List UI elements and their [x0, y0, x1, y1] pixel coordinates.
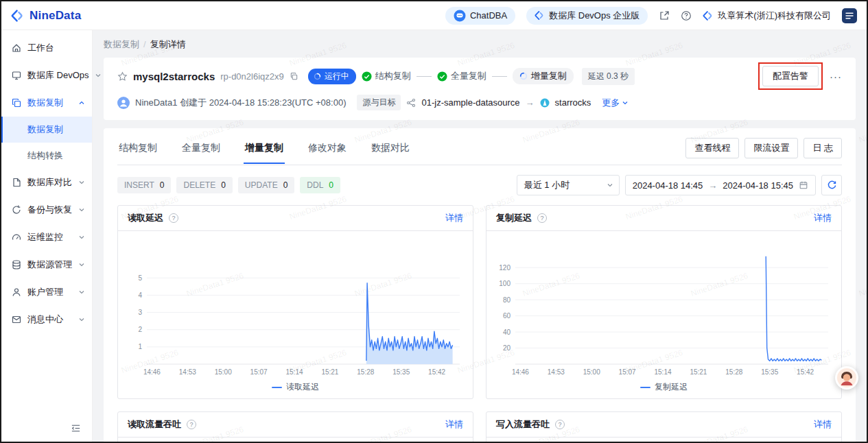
throttle-settings-button[interactable]: 限流设置	[744, 138, 798, 158]
backup-icon	[11, 204, 22, 215]
copy-icon[interactable]	[290, 72, 298, 81]
sidebar-item-database-compare[interactable]: 数据库对比	[1, 169, 92, 196]
detail-link[interactable]: 详情	[814, 418, 832, 431]
logs-button[interactable]: 日 志	[804, 138, 842, 158]
top-navbar: NineData ChatDBA 数据库 DevOps 企业版 玖章算术(浙江)…	[1, 1, 867, 30]
sidebar-item-label: 数据源管理	[27, 259, 72, 271]
detail-link[interactable]: 详情	[445, 212, 463, 224]
chart-body: 2040608010012014:4614:5315:0015:0715:141…	[486, 231, 841, 398]
counter-label: DELETE	[183, 180, 215, 190]
chart-title: 写入流量吞吐?	[496, 418, 565, 431]
ninedata-logo-icon	[535, 10, 545, 21]
sidebar-item-datasource-management[interactable]: 数据源管理	[1, 251, 92, 278]
tab-4[interactable]: 数据对比	[370, 138, 411, 163]
svg-text:3: 3	[138, 309, 142, 316]
svg-text:15:42: 15:42	[797, 368, 814, 376]
dml-counters: INSERT 0 DELETE 0 UPDATE 0 DDL 0	[117, 177, 340, 193]
more-link-label: 更多	[602, 97, 620, 109]
svg-text:15:42: 15:42	[428, 368, 445, 376]
target-datasource[interactable]: starrocks	[555, 97, 591, 108]
time-preset-select[interactable]: 最近 1 小时	[517, 175, 620, 195]
chevron-down-icon	[78, 289, 85, 296]
replication-icon	[11, 97, 22, 108]
more-actions-button[interactable]: ···	[830, 71, 842, 82]
task-header-card: mysql2starrocks rp-d0n2l6iqz2x9 运行中 结构复制…	[104, 58, 856, 120]
range-arrow: →	[708, 180, 717, 191]
help-icon[interactable]: ?	[187, 420, 196, 429]
arrow-right: →	[526, 97, 535, 108]
brand-name: NineData	[30, 9, 81, 23]
date-range-picker[interactable]: 2024-04-18 14:45 → 2024-04-18 15:45	[625, 175, 816, 195]
help-icon[interactable]: ?	[537, 213, 547, 223]
detail-link[interactable]: 详情	[445, 418, 463, 431]
chevron-down-icon	[78, 179, 85, 186]
chart-body: 1234514:4614:5315:0015:0715:1415:2115:28…	[118, 231, 473, 398]
sidebar-item-ops-monitor[interactable]: 运维监控	[1, 224, 92, 251]
svg-text:15:07: 15:07	[250, 368, 268, 376]
chart-legend: 读取延迟	[124, 381, 467, 398]
svg-text:15:14: 15:14	[655, 368, 672, 376]
detail-link[interactable]: 详情	[814, 212, 832, 224]
configure-alert-button[interactable]: 配置告警	[762, 66, 819, 86]
svg-text:15:28: 15:28	[357, 368, 374, 376]
counter-value: 0	[283, 180, 288, 190]
sidebar-collapse-button[interactable]	[1, 416, 92, 442]
ddl-counter: DDL 0	[300, 177, 340, 193]
svg-text:1: 1	[138, 343, 142, 350]
envelope-icon	[11, 314, 22, 325]
view-threads-button[interactable]: 查看线程	[685, 138, 739, 158]
svg-text:14:53: 14:53	[179, 368, 196, 376]
sidebar-subitem-data-replication[interactable]: 数据复制	[1, 117, 92, 143]
help-icon[interactable]: ?	[555, 420, 565, 429]
more-link[interactable]: 更多	[602, 97, 629, 109]
chatdba-icon	[454, 10, 466, 22]
sidebar-item-label: 数据库对比	[27, 176, 72, 189]
sidebar-item-label: 结构转换	[27, 149, 63, 162]
chevron-down-icon	[78, 316, 85, 323]
sidebar-item-workbench[interactable]: 工作台	[1, 34, 92, 62]
tab-1[interactable]: 全量复制	[180, 138, 222, 163]
sidebar-item-data-replication[interactable]: 数据复制	[1, 89, 92, 117]
refresh-button[interactable]	[821, 175, 842, 195]
source-datasource[interactable]: 01-jz-sample-datasource	[421, 97, 519, 108]
chart-panel-3: 写入流量吞吐?详情	[486, 411, 842, 442]
charts-grid: 读取延迟?详情1234514:4614:5315:0015:0715:1415:…	[117, 205, 842, 442]
svg-text:60: 60	[503, 312, 511, 320]
workspace-switcher[interactable]: 数据库 DevOps 企业版	[526, 7, 648, 25]
tab-3[interactable]: 修改对象	[307, 138, 348, 163]
step-structure-replication: 结构复制	[362, 70, 411, 82]
sidebar-subitem-structure-transform[interactable]: 结构转换	[1, 143, 92, 169]
chatdba-button[interactable]: ChatDBA	[445, 7, 515, 25]
breadcrumb-page: 复制详情	[150, 39, 186, 49]
check-circle-icon	[362, 71, 372, 82]
tab-0[interactable]: 结构复制	[117, 138, 159, 163]
sidebar: 工作台 数据库 DevOps 数据复制 数据复制 结构转换 数据库对比 备份与恢…	[1, 30, 93, 442]
svg-text:14:46: 14:46	[512, 368, 529, 376]
counter-value: 0	[329, 180, 333, 190]
share-icon[interactable]	[659, 10, 670, 21]
svg-text:15:35: 15:35	[392, 368, 410, 376]
sidebar-item-message-center[interactable]: 消息中心	[1, 306, 92, 333]
sidebar-item-backup-restore[interactable]: 备份与恢复	[1, 196, 92, 224]
brand-logo: NineData	[11, 9, 81, 23]
org-switcher[interactable]: 玖章算术(浙江)科技有限公司	[703, 10, 831, 22]
topology-icon	[406, 98, 416, 108]
help-icon[interactable]: ?	[169, 213, 178, 223]
docs-icon[interactable]	[842, 8, 857, 23]
support-avatar-button[interactable]	[835, 366, 858, 390]
sidebar-item-database-devops[interactable]: 数据库 DevOps	[1, 62, 92, 89]
star-icon[interactable]	[117, 71, 128, 82]
sidebar-item-account-management[interactable]: 账户管理	[1, 278, 92, 306]
chart-body	[118, 438, 473, 442]
menu-fold-icon	[71, 423, 81, 433]
tab-2[interactable]: 增量复制	[244, 138, 285, 163]
chart-title: 读取流量吞吐?	[128, 418, 196, 431]
progress-spinner-icon	[519, 72, 528, 80]
help-icon[interactable]	[681, 10, 692, 21]
breadcrumb-separator: /	[143, 39, 146, 49]
step-label: 结构复制	[375, 70, 411, 82]
svg-text:15:07: 15:07	[619, 368, 636, 376]
sidebar-item-label: 运维监控	[27, 231, 63, 243]
breadcrumb-section[interactable]: 数据复制	[104, 39, 139, 49]
time-preset-value: 最近 1 小时	[524, 179, 570, 191]
